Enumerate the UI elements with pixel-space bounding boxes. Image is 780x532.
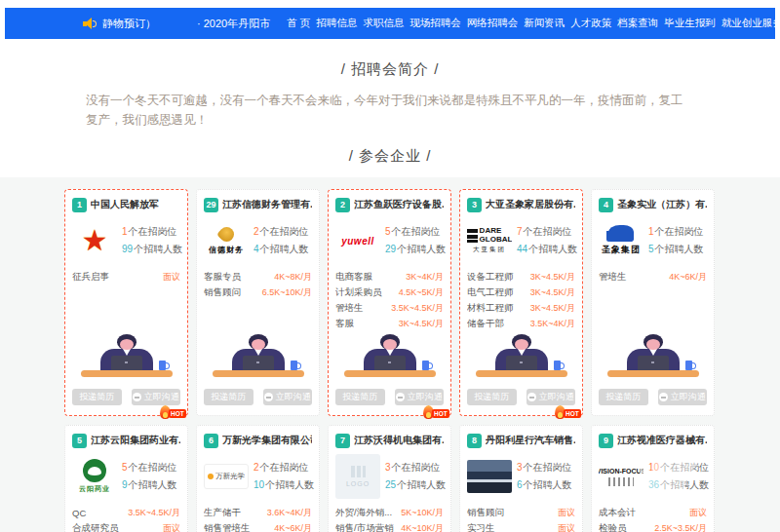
- nav-item[interactable]: 招聘信息: [315, 17, 358, 30]
- mug-icon: [685, 361, 692, 370]
- job-row[interactable]: 材料工程师 3K~4.5K/月: [467, 301, 575, 315]
- job-row[interactable]: 计划采购员 4.5K~5K/月: [335, 285, 444, 299]
- rank-badge: 2: [335, 198, 350, 212]
- job-row[interactable]: 征兵启事 面议: [72, 270, 180, 284]
- logo-text: 云阳药业: [79, 484, 110, 494]
- hiring-stat: 25 个招聘人数: [385, 478, 446, 492]
- job-row[interactable]: 管培生 4K~6K/月: [599, 270, 707, 284]
- hiring-count: 6: [517, 479, 523, 490]
- hiring-count: 25: [385, 479, 396, 490]
- job-row[interactable]: 销售顾问 6.5K~10K/月: [204, 285, 312, 299]
- job-list: 销售顾问 面议 实习生 面议 行政专员 面议: [467, 506, 575, 532]
- card-info: DAREGLOBAL大亚集团 7 个在招岗位 44 个招聘人数: [467, 218, 575, 263]
- company-logo: 圣象集团: [599, 218, 644, 263]
- company-logo: yuwell: [335, 218, 380, 263]
- job-row[interactable]: 销售管培生 4K~6K/月: [204, 521, 312, 532]
- hiring-stat: 36 个招聘人数: [648, 478, 709, 492]
- job-row[interactable]: 电商客服 3K~4K/月: [335, 270, 444, 284]
- laptop-icon: [111, 356, 142, 370]
- company-card[interactable]: 5 江苏云阳集团药业有... 云阳药业 5 个在招岗位 9 个招聘人数 QC 3…: [64, 425, 188, 532]
- rank-badge: 1: [72, 198, 87, 212]
- chat-now-button[interactable]: 立即沟通: [263, 389, 313, 405]
- logo-text: VISION-FOCUS: [599, 468, 644, 475]
- job-row[interactable]: 检验员 2.5K~3.5K/月: [599, 521, 707, 532]
- company-card[interactable]: 9 江苏视准医疗器械有... VISION-FOCUS 10 个在招岗位 36 …: [591, 425, 715, 532]
- nav-item[interactable]: 毕业生报到: [663, 17, 717, 30]
- speaker-icon: [83, 18, 97, 29]
- job-row[interactable]: 销售/市场营销 4K~10K/月: [335, 521, 444, 532]
- nav-item[interactable]: 人才政策: [569, 17, 612, 30]
- job-list: 征兵启事 面议: [72, 270, 180, 332]
- hiring-stat: 29 个招聘人数: [385, 243, 446, 256]
- desk: [213, 370, 304, 377]
- card-header: 3 大亚圣象家居股份有...: [467, 197, 575, 212]
- job-row[interactable]: 储备干部 3.5K~4K/月: [467, 317, 575, 330]
- company-stats: 3 个在招岗位 6 个招聘人数: [517, 461, 575, 492]
- company-logo: [467, 454, 512, 499]
- rank-badge: 6: [204, 434, 218, 448]
- nav-item[interactable]: 求职信息: [362, 17, 405, 30]
- nav-item[interactable]: 就业创业服务: [721, 17, 780, 30]
- mug-icon: [159, 361, 166, 370]
- job-row[interactable]: 客服 3K~4.5K/月: [335, 317, 444, 330]
- company-card[interactable]: 4 圣象实业（江苏）有... 圣象集团 1 个在招岗位 5 个招聘人数 管培生 …: [591, 189, 715, 416]
- person-face: [120, 339, 134, 350]
- chat-bubble-icon: [396, 393, 405, 401]
- job-title: 征兵启事: [72, 271, 161, 284]
- company-logo: 万新光学: [204, 454, 249, 499]
- job-row[interactable]: 客服专员 4K~8K/月: [204, 270, 312, 284]
- chat-now-button[interactable]: 立即沟通: [658, 389, 708, 405]
- job-row[interactable]: 设备工程师 3K~4.5K/月: [467, 270, 575, 284]
- job-row[interactable]: 生产储干 3.6K~4K/月: [204, 506, 312, 519]
- job-row[interactable]: 电气工程师 3K~4.5K/月: [467, 285, 575, 299]
- desk: [81, 370, 173, 377]
- logo-text: 万新光学: [204, 464, 249, 489]
- desk: [607, 370, 699, 377]
- card-actions: 投递简历 立即沟通: [204, 389, 312, 405]
- job-title: 设备工程师: [467, 271, 528, 284]
- submit-resume-button[interactable]: 投递简历: [335, 389, 385, 405]
- hiring-stat: 5 个招聘人数: [648, 243, 707, 256]
- card-info: VISION-FOCUS 10 个在招岗位 36 个招聘人数: [599, 454, 707, 499]
- job-row[interactable]: 合成研究员 面议: [72, 521, 180, 532]
- company-stats: 1 个在招岗位 5 个招聘人数: [648, 225, 707, 256]
- submit-resume-button[interactable]: 投递简历: [204, 389, 254, 405]
- company-stats: 7 个在招岗位 44 个招聘人数: [517, 225, 577, 256]
- job-row[interactable]: 外贸/海外销... 5K~10K/月: [335, 506, 444, 519]
- company-card[interactable]: 8 丹阳利星行汽车销售... 3 个在招岗位 6 个招聘人数 销售顾问 面议 实…: [459, 425, 583, 532]
- job-row[interactable]: QC 3.5K~4.5K/月: [72, 506, 180, 519]
- rank-badge: 7: [335, 434, 350, 448]
- company-card[interactable]: 2 江苏鱼跃医疗设备股... yuwell 5 个在招岗位 29 个招聘人数 电…: [328, 189, 451, 416]
- open-positions-stat: 5 个在招岗位: [122, 461, 180, 475]
- company-card[interactable]: 29 江苏信德财务管理有... 信德财务 2 个在招岗位 4 个招聘人数 客服专…: [196, 189, 320, 416]
- job-row[interactable]: 销售顾问 面议: [467, 506, 575, 519]
- recruiter-illustration: [467, 334, 575, 383]
- job-row[interactable]: 成本会计 面议: [599, 506, 707, 519]
- company-card[interactable]: 6 万新光学集团有限公司 万新光学 2 个在招岗位 10 个招聘人数 生产储干 …: [196, 425, 320, 532]
- submit-resume-button[interactable]: 投递简历: [467, 389, 517, 405]
- company-name: 江苏鱼跃医疗设备股...: [354, 198, 444, 211]
- company-card[interactable]: 1 中国人民解放军 ★ 1 个在招岗位 99 个招聘人数 征兵启事 面议: [64, 189, 188, 416]
- nav-item[interactable]: 新闻资讯: [523, 17, 566, 30]
- job-row[interactable]: 管培生 3.5K~4.5K/月: [335, 301, 444, 315]
- job-row[interactable]: 实习生 面议: [467, 521, 575, 532]
- recruiter-illustration: [204, 334, 312, 383]
- nav-item[interactable]: 首 页: [286, 17, 311, 30]
- company-logo: DAREGLOBAL大亚集团: [467, 218, 512, 263]
- submit-resume-button[interactable]: 投递简历: [72, 389, 122, 405]
- job-salary: 面议: [558, 507, 575, 519]
- navbar: 静物预订） · 2020年丹阳市 首 页招聘信息求职信息现场招聘会网络招聘会新闻…: [5, 8, 775, 39]
- nav-item[interactable]: 档案查询: [616, 17, 659, 30]
- open-positions-label: 个在招岗位: [524, 225, 572, 239]
- hiring-count: 99: [122, 244, 133, 254]
- company-card[interactable]: 3 大亚圣象家居股份有... DAREGLOBAL大亚集团 7 个在招岗位 44…: [459, 189, 583, 416]
- job-salary: 面议: [163, 522, 180, 532]
- company-card[interactable]: 7 江苏沃得机电集团有... LOGO 3 个在招岗位 25 个招聘人数 外贸/…: [328, 425, 451, 532]
- job-list: 成本会计 面议 检验员 2.5K~3.5K/月 眼视光工程... 4K~6K/月…: [599, 506, 707, 532]
- nav-item[interactable]: 现场招聘会: [409, 17, 462, 30]
- submit-resume-button[interactable]: 投递简历: [599, 389, 648, 405]
- logo-text: DAREGLOBAL: [480, 227, 512, 244]
- open-positions-count: 1: [122, 226, 128, 237]
- job-salary: 面议: [689, 507, 707, 519]
- nav-item[interactable]: 网络招聘会: [466, 17, 520, 30]
